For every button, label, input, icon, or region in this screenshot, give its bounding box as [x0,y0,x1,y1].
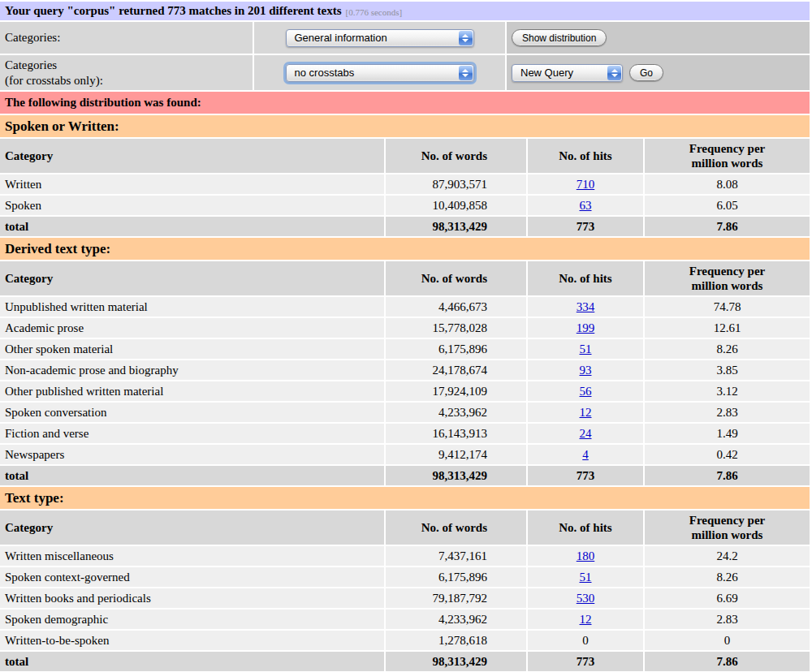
down-arrow-icon [462,39,469,42]
words-cell: 6,175,896 [386,567,526,587]
frequency-cell: 8.26 [645,567,810,587]
column-header: Category [0,510,384,545]
table-row: Written-to-be-spoken1,278,61800 [0,631,810,650]
hits-link[interactable]: 93 [580,364,592,377]
hits-cell: 56 [528,381,643,401]
words-cell: 7,437,161 [386,546,526,566]
frequency-cell: 6.05 [645,196,810,215]
words-cell: 79,187,792 [386,588,526,608]
frequency-cell: 8.26 [645,339,810,359]
hits-link[interactable]: 710 [577,178,595,192]
category-cell: Written [0,174,384,194]
hits-link[interactable]: 199 [577,321,595,335]
hits-cell: 530 [528,588,643,608]
table-header-row: CategoryNo. of wordsNo. of hitsFrequency… [0,261,810,295]
column-header: No. of hits [528,510,643,545]
hits-cell: 51 [528,339,643,359]
categories-label: Categories: [5,31,60,45]
show-distribution-button[interactable]: Show distribution [512,29,607,46]
action-select[interactable]: New Query [512,64,623,82]
words-cell: 17,924,109 [386,381,526,401]
table-header-row: CategoryNo. of wordsNo. of hitsFrequency… [0,510,810,545]
table-row: Non-academic prose and biography24,178,6… [0,360,810,380]
words-cell: 24,178,674 [386,360,526,380]
category-cell: Fiction and verse [0,424,384,443]
hits-link[interactable]: 180 [577,549,595,563]
column-header: Frequency per million words [645,510,810,545]
go-button[interactable]: Go [629,64,663,81]
table-row: Spoken conversation4,233,962122.83 [0,403,810,422]
hits-link[interactable]: 63 [580,199,592,213]
select-stepper-icon [607,66,621,80]
frequency-cell: 0.42 [645,445,810,464]
hits-link[interactable]: 334 [577,300,595,314]
frequency-cell: 1.49 [645,424,810,443]
categories-select-cell: General information [254,22,505,54]
table-row: Written books and periodicals79,187,7925… [0,588,810,608]
category-cell: total [0,217,384,236]
distribution-table: CategoryNo. of wordsNo. of hitsFrequency… [0,261,810,485]
up-arrow-icon [462,34,469,37]
category-cell: total [0,466,384,485]
table-row: Newspapers9,412,17440.42 [0,445,810,464]
frequency-cell: 3.12 [645,381,810,401]
distribution-table: CategoryNo. of wordsNo. of hitsFrequency… [0,139,810,236]
frequency-cell: 74.78 [645,297,810,317]
column-header: No. of words [386,510,526,545]
section-title: Spoken or Written: [0,115,810,137]
table-row: Written miscellaneous7,437,16118024.2 [0,546,810,566]
category-cell: Academic prose [0,318,384,338]
words-cell: 1,278,618 [386,631,526,650]
table-row: Spoken context-governed6,175,896518.26 [0,567,810,587]
table-header-row: CategoryNo. of wordsNo. of hitsFrequency… [0,139,810,173]
query-timing: [0.776 seconds] [346,6,403,17]
hits-link[interactable]: 12 [580,406,592,420]
hits-cell: 51 [528,567,643,587]
section-derived-text-type: Derived text type: CategoryNo. of wordsN… [0,238,810,485]
distribution-banner: The following distribution was found: [0,92,810,114]
column-header: No. of words [386,261,526,295]
select-stepper-icon [459,66,473,80]
down-arrow-icon [611,74,618,77]
crosstabs-select[interactable]: no crosstabs [286,64,474,82]
frequency-cell: 12.61 [645,318,810,338]
hits-cell: 63 [528,196,643,215]
frequency-cell: 7.86 [645,652,810,671]
frequency-cell: 2.83 [645,610,810,629]
words-cell: 4,233,962 [386,403,526,422]
words-cell: 16,143,913 [386,424,526,443]
categories-select-value: General information [295,32,387,44]
frequency-cell: 8.08 [645,174,810,194]
table-row: Other published written material17,924,1… [0,381,810,401]
hits-link[interactable]: 51 [580,342,592,356]
categories-select[interactable]: General information [286,29,474,47]
words-cell: 4,466,673 [386,297,526,317]
hits-cell: 710 [528,174,643,194]
hits-link[interactable]: 24 [580,427,592,441]
hits-cell: 773 [528,466,643,485]
crosstabs-select-value: no crosstabs [295,67,355,79]
category-cell: Non-academic prose and biography [0,360,384,380]
table-row: Spoken demographic4,233,962122.83 [0,610,810,629]
column-header: No. of hits [528,261,643,295]
hits-cell: 24 [528,424,643,443]
crosstabs-label-cell: Categories (for crosstabs only): [0,55,253,90]
column-header: Frequency per million words [645,261,810,295]
hits-cell: 334 [528,297,643,317]
down-arrow-icon [462,74,469,77]
hits-cell: 12 [528,403,643,422]
up-arrow-icon [611,69,618,72]
table-row: Spoken10,409,858636.05 [0,196,810,215]
frequency-cell: 3.85 [645,360,810,380]
category-cell: Written books and periodicals [0,588,384,608]
crosstabs-label: Categories (for crosstabs only): [5,58,103,88]
total-row: total98,313,4297737.86 [0,652,810,671]
hits-link[interactable]: 4 [582,448,589,462]
hits-link[interactable]: 51 [580,571,592,584]
hits-link[interactable]: 12 [580,613,592,627]
hits-link[interactable]: 56 [580,385,592,398]
words-cell: 6,175,896 [386,339,526,359]
hits-link[interactable]: 530 [577,592,595,605]
frequency-cell: 7.86 [645,466,810,485]
category-cell: Other published written material [0,381,384,401]
